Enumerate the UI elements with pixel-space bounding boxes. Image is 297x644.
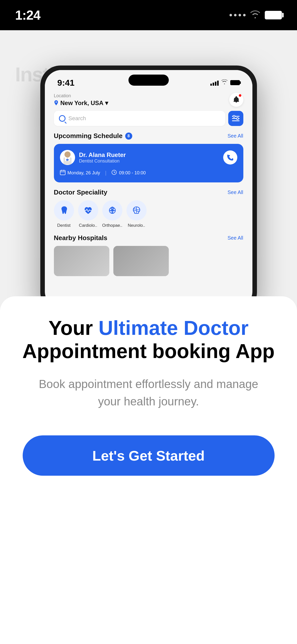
svg-point-3 (233, 115, 235, 117)
subtext: Book appointment effortlessly and manage… (35, 375, 262, 410)
headline: Your Ultimate Doctor Appointment booking… (22, 316, 275, 363)
divider: | (105, 170, 106, 176)
phone-mockup: 9:41 (40, 66, 257, 312)
neuro-label: Neurolo.. (128, 223, 145, 228)
svg-rect-2 (232, 120, 240, 121)
doctor-row: Dr. Alana Rueter Dentist Consultation (60, 150, 237, 165)
headline-blue: Ultimate Doctor (98, 317, 249, 339)
bar-1 (210, 84, 212, 86)
speciality-see-all[interactable]: See All (227, 189, 243, 195)
phone-status-bar: 9:41 (45, 70, 252, 90)
phone-content: Location New York, USA ▾ (45, 90, 252, 308)
specialty-dentist[interactable]: Dentist (54, 200, 74, 228)
cardio-circle (78, 200, 98, 220)
signal-bars (210, 80, 219, 86)
location-chevron: ▾ (105, 100, 108, 107)
filter-button[interactable] (228, 111, 243, 126)
neuro-circle (126, 200, 147, 220)
bar-2 (213, 83, 214, 86)
ortho-circle (102, 200, 122, 220)
cardio-label: Cardiolo.. (79, 223, 97, 228)
hospital-thumb-1[interactable] (54, 246, 109, 276)
location-value[interactable]: New York, USA ▾ (54, 100, 108, 107)
svg-rect-8 (68, 157, 70, 161)
cta-button[interactable]: Let's Get Started (23, 435, 275, 476)
nearby-see-all[interactable]: See All (227, 235, 243, 241)
wifi-icon (250, 10, 261, 21)
doctor-avatar (60, 150, 75, 165)
nearby-title: Nearby Hospitals (54, 234, 107, 242)
location-group: Location New York, USA ▾ (54, 93, 108, 107)
search-placeholder: Search (69, 115, 86, 122)
upcoming-title: Upcomming Schedule (54, 132, 123, 140)
upcoming-title-row: Upcomming Schedule 8 (54, 132, 132, 140)
search-icon (59, 115, 65, 122)
svg-rect-7 (65, 157, 67, 161)
hospital-thumbnails (54, 246, 243, 276)
bar-3 (215, 82, 216, 86)
specialty-neuro[interactable]: Neurolo.. (126, 200, 147, 228)
phone-dynamic-island (128, 75, 169, 86)
upcoming-schedule-header: Upcomming Schedule 8 See All (54, 132, 243, 140)
battery-icon (265, 11, 282, 19)
location-label: Location (54, 93, 108, 99)
dot-4 (243, 14, 246, 16)
notification-button[interactable] (229, 93, 243, 107)
headline-booking: Appointment booking App (22, 340, 275, 362)
clock-icon (111, 170, 117, 176)
hospital-thumb-2[interactable] (113, 246, 169, 276)
cta-label: Let's Get Started (92, 447, 205, 464)
dot-3 (239, 14, 241, 16)
search-box[interactable]: Search (54, 111, 225, 126)
dentist-label: Dentist (57, 223, 71, 228)
schedule-card[interactable]: Dr. Alana Rueter Dentist Consultation (54, 144, 243, 182)
call-button[interactable] (223, 150, 237, 165)
doctor-info: Dr. Alana Rueter Dentist Consultation (60, 150, 126, 165)
search-row: Search (54, 111, 243, 126)
specialty-grid: Dentist Cardiolo.. (54, 200, 243, 228)
doctor-name: Dr. Alana Rueter (79, 151, 126, 158)
svg-line-17 (114, 172, 115, 173)
bar-4 (217, 81, 219, 86)
nearby-hospitals-header: Nearby Hospitals See All (54, 234, 243, 242)
appointment-time-text: 09:00 - 10:00 (119, 170, 146, 176)
calendar-icon (60, 170, 65, 176)
phone-status-right (210, 79, 240, 86)
ortho-label: Orthopae.. (102, 223, 122, 228)
upcoming-see-all[interactable]: See All (227, 133, 243, 139)
schedule-badge: 8 (125, 133, 132, 140)
schedule-badge-count: 8 (127, 134, 130, 138)
speciality-title: Doctor Speciality (54, 188, 107, 196)
signal-dots (229, 14, 246, 16)
dentist-circle (54, 200, 74, 220)
svg-point-5 (64, 151, 71, 157)
svg-rect-10 (67, 159, 68, 161)
status-icons (229, 10, 282, 21)
dot-1 (229, 14, 232, 16)
phone-wifi-icon (221, 79, 228, 86)
phone-time: 9:41 (57, 78, 75, 88)
status-bar: 1:24 (0, 0, 297, 30)
doctor-text: Dr. Alana Rueter Dentist Consultation (79, 151, 126, 164)
svg-rect-6 (63, 157, 72, 165)
status-time: 1:24 (15, 8, 40, 23)
schedule-details: Monday, 26 July | 09:00 - 1 (60, 170, 237, 176)
speciality-header: Doctor Speciality See All (54, 188, 243, 196)
dot-2 (234, 14, 237, 16)
notification-dot (239, 94, 241, 97)
main-background: Instiancer 9:41 (0, 30, 297, 644)
phone-battery-icon (230, 80, 240, 85)
specialty-cardio[interactable]: Cardiolo.. (78, 200, 98, 228)
appointment-date-text: Monday, 26 July (68, 170, 100, 176)
doctor-specialty: Dentist Consultation (79, 158, 126, 164)
phone-screen: 9:41 (45, 70, 252, 308)
dynamic-island (105, 6, 193, 24)
bottom-panel: Your Ultimate Doctor Appointment booking… (0, 296, 297, 644)
location-row: Location New York, USA ▾ (54, 93, 243, 107)
specialty-ortho[interactable]: Orthopae.. (102, 200, 122, 228)
svg-rect-11 (60, 170, 65, 175)
svg-point-4 (237, 118, 239, 120)
location-city: New York, USA (60, 100, 104, 107)
appointment-time: 09:00 - 10:00 (111, 170, 146, 176)
appointment-date: Monday, 26 July (60, 170, 100, 176)
